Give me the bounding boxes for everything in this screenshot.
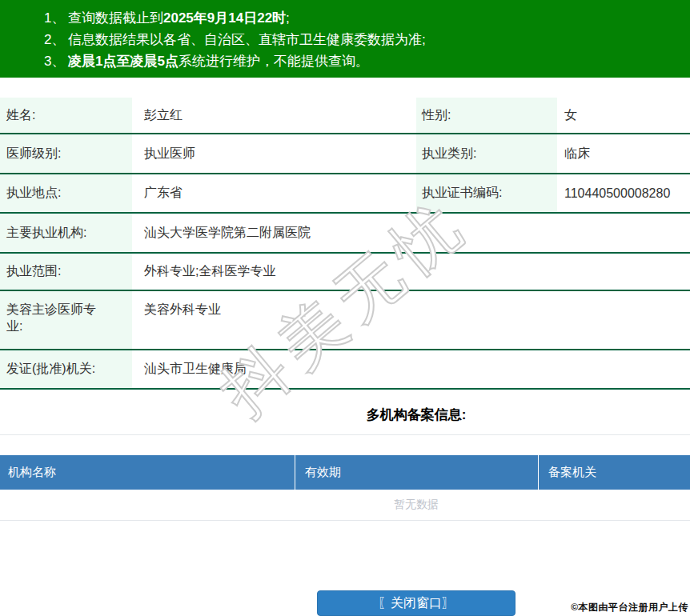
location-label: 执业地点: <box>0 174 132 212</box>
notice-text: 查询数据截止到 <box>68 10 163 26</box>
column-header-validity: 有效期 <box>295 455 538 490</box>
notice-text: 信息数据结果以各省、自治区、直辖市卫生健康委数据为准; <box>68 32 426 47</box>
license-query-page: 1、查询数据截止到2025年9月14日22时; 2、信息数据结果以各省、自治区、… <box>0 0 690 616</box>
section-divider <box>0 434 690 435</box>
notice-text: ; <box>286 10 290 26</box>
empty-data-placeholder: 暂无数据 <box>0 490 690 521</box>
close-window-button[interactable]: 〖关闭窗口〗 <box>317 590 515 616</box>
issuer-value: 汕头市卫生健康局 <box>132 361 690 378</box>
name-value: 彭立红 <box>132 107 416 124</box>
scope-value: 外科专业;全科医学专业 <box>132 263 690 280</box>
corner-upload-note: ©本图由平台注册用户上传 <box>571 601 688 614</box>
notice-line-2: 2、信息数据结果以各省、自治区、直辖市卫生健康委数据为准; <box>44 29 674 50</box>
cosmetic-label: 美容主诊医师专业: <box>0 291 132 349</box>
notice-line-3: 3、凌晨1点至凌晨5点系统进行维护，不能提供查询。 <box>44 50 674 72</box>
category-label: 执业类别: <box>416 134 557 173</box>
cosmetic-value: 美容外科专业 <box>132 291 690 318</box>
table-row: 执业地点: 广东省 执业证书编码: 110440500008280 <box>0 174 690 214</box>
notice-line-1: 1、查询数据截止到2025年9月14日22时; <box>44 7 674 29</box>
issuer-label: 发证(批准)机关: <box>0 350 132 388</box>
column-header-org-name: 机构名称 <box>0 455 295 490</box>
table-row: 医师级别: 执业医师 执业类别: 临床 <box>0 134 690 174</box>
name-label: 姓名: <box>0 98 132 133</box>
notice-text: 系统进行维护，不能提供查询。 <box>179 54 369 69</box>
notice-text-bold: 2025年9月14日22时 <box>163 10 286 26</box>
cert-no-label: 执业证书编码: <box>416 174 557 212</box>
level-value: 执业医师 <box>132 146 416 162</box>
notice-number: 1、 <box>44 7 68 29</box>
table-row: 主要执业机构: 汕头大学医学院第二附属医院 <box>0 214 690 254</box>
notice-number: 2、 <box>44 29 68 50</box>
content-container: 姓名: 彭立红 性别: 女 医师级别: 执业医师 执业类别: 临床 执业地点: … <box>0 98 690 616</box>
multi-org-section-title: 多机构备案信息: <box>0 406 690 422</box>
location-value: 广东省 <box>132 185 416 202</box>
table-row: 执业范围: 外科专业;全科医学专业 <box>0 254 690 291</box>
main-org-value: 汕头大学医学院第二附属医院 <box>132 225 690 242</box>
gender-value: 女 <box>557 107 690 124</box>
main-org-label: 主要执业机构: <box>0 214 132 252</box>
multi-org-records-table: 机构名称 有效期 备案机关 暂无数据 <box>0 455 690 521</box>
doctor-info-table: 姓名: 彭立红 性别: 女 医师级别: 执业医师 执业类别: 临床 执业地点: … <box>0 98 690 390</box>
category-value: 临床 <box>557 146 690 162</box>
notice-text-bold: 凌晨1点至凌晨5点 <box>68 54 179 69</box>
notice-number: 3、 <box>44 50 68 72</box>
notice-banner: 1、查询数据截止到2025年9月14日22时; 2、信息数据结果以各省、自治区、… <box>0 0 690 78</box>
scope-label: 执业范围: <box>0 254 132 290</box>
cosmetic-label-text: 美容主诊医师专业: <box>6 302 104 335</box>
column-header-filing-authority: 备案机关 <box>538 455 690 490</box>
cert-no-value: 110440500008280 <box>557 186 690 201</box>
table-row: 美容主诊医师专业: 美容外科专业 <box>0 291 690 350</box>
table-row: 姓名: 彭立红 性别: 女 <box>0 98 690 134</box>
records-table-header: 机构名称 有效期 备案机关 <box>0 455 690 490</box>
table-row: 发证(批准)机关: 汕头市卫生健康局 <box>0 350 690 390</box>
level-label: 医师级别: <box>0 134 132 173</box>
gender-label: 性别: <box>416 98 557 133</box>
